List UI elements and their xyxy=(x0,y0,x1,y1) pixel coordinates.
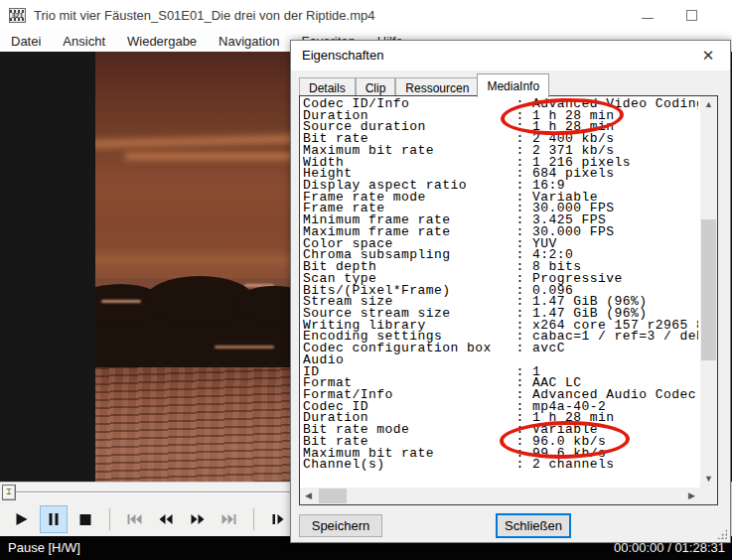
step-forward-button[interactable] xyxy=(264,505,292,533)
skip-start-button[interactable] xyxy=(120,505,148,533)
pause-icon xyxy=(45,511,63,527)
horizontal-scrollbar[interactable]: ◀ ▶ xyxy=(300,488,700,504)
tab-details[interactable]: Details xyxy=(299,77,356,97)
scrollbar-corner xyxy=(700,488,717,504)
mediainfo-row: Codec configuration box : avcC xyxy=(303,343,698,354)
fast-forward-button[interactable] xyxy=(184,505,212,533)
menu-item-wiedergabe[interactable]: Wiedergabe xyxy=(116,32,208,51)
video-frame xyxy=(95,52,291,482)
skip-start-icon xyxy=(125,511,143,527)
pause-button[interactable] xyxy=(40,505,68,533)
stop-icon xyxy=(76,511,94,527)
seek-thumb[interactable]: ⌶ xyxy=(2,485,16,500)
minimize-button[interactable] xyxy=(625,0,669,30)
dialog-tabs: DetailsClipRessourcenMediaInfo xyxy=(299,75,547,97)
dialog-close-button[interactable]: ✕ xyxy=(696,45,720,67)
toolbar-separator xyxy=(109,508,110,530)
maximize-icon xyxy=(686,10,697,21)
mediainfo-row: Channel(s) : 2 channels xyxy=(303,459,698,471)
tab-clip[interactable]: Clip xyxy=(356,77,396,97)
window-title: Trio mit vier Fäusten_S01E01_Die drei vo… xyxy=(34,8,374,23)
play-button[interactable] xyxy=(8,505,36,533)
playback-state: Pause [H/W] xyxy=(8,540,80,555)
dialog-titlebar: Eigenschaften ✕ xyxy=(291,41,730,70)
dark-waves xyxy=(95,302,291,371)
window-titlebar: 321 Trio mit vier Fäusten_S01E01_Die dre… xyxy=(0,0,732,30)
step-forward-icon xyxy=(269,511,287,527)
scroll-up-icon[interactable]: ▲ xyxy=(700,96,717,113)
skip-end-button[interactable] xyxy=(216,505,243,533)
menu-item-navigation[interactable]: Navigation xyxy=(208,32,290,51)
sunset-sky xyxy=(95,52,291,280)
resize-grip-icon[interactable] xyxy=(717,529,727,539)
rewind-icon xyxy=(157,511,175,527)
menu-item-datei[interactable]: Datei xyxy=(0,32,52,51)
stop-button[interactable] xyxy=(72,505,99,533)
vertical-scrollbar[interactable]: ▲ ▼ xyxy=(700,96,717,488)
horizontal-scroll-thumb[interactable] xyxy=(319,489,347,503)
menu-item-ansicht[interactable]: Ansicht xyxy=(52,32,116,51)
close-button[interactable]: Schließen xyxy=(496,513,571,538)
app-icon: 321 xyxy=(9,8,26,23)
tab-ressourcen[interactable]: Ressourcen xyxy=(395,77,479,97)
minimize-icon xyxy=(642,18,654,19)
scroll-down-icon[interactable]: ▼ xyxy=(700,471,717,488)
rewind-button[interactable] xyxy=(152,505,180,533)
scroll-right-icon[interactable]: ▶ xyxy=(683,488,700,504)
save-button[interactable]: Speichern xyxy=(299,514,382,537)
tab-mediainfo[interactable]: MediaInfo xyxy=(477,73,549,97)
fast-forward-icon xyxy=(189,511,207,527)
play-icon xyxy=(13,511,31,527)
mediainfo-text: Codec ID/Info : Advanced Video CodingDur… xyxy=(303,98,698,488)
scroll-left-icon[interactable]: ◀ xyxy=(300,488,317,504)
vertical-scroll-thumb[interactable] xyxy=(701,219,716,360)
dialog-title: Eigenschaften xyxy=(302,48,383,63)
maximize-button[interactable] xyxy=(669,0,714,30)
toolbar-separator xyxy=(253,508,254,530)
skip-end-icon xyxy=(220,511,238,527)
mediainfo-textbox[interactable]: Codec ID/Info : Advanced Video CodingDur… xyxy=(299,95,718,505)
shimmering-water xyxy=(95,367,291,482)
properties-dialog: Eigenschaften ✕ DetailsClipRessourcenMed… xyxy=(290,40,731,543)
